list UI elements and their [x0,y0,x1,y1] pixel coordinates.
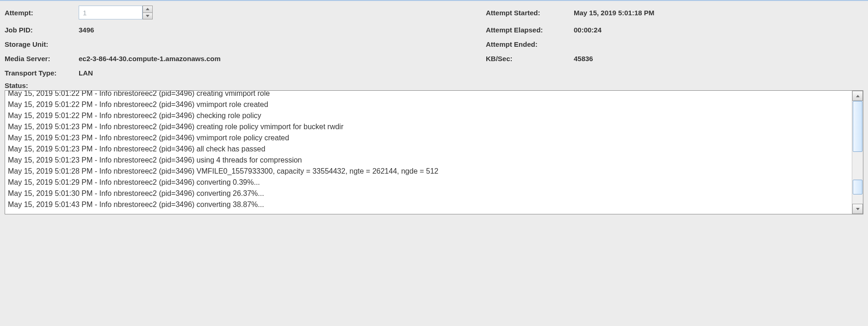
scroll-down-button[interactable] [852,204,863,214]
transport-label: Transport Type: [5,69,79,77]
log-line: May 15, 2019 5:01:29 PM - Info nbrestore… [8,177,849,188]
jobpid-label: Job PID: [5,26,79,34]
attempt-label: Attempt: [5,9,79,17]
scrollbar-vertical[interactable] [852,91,863,214]
log-line: May 15, 2019 5:01:23 PM - Info nbrestore… [8,121,849,132]
attempt-elapsed-value: 00:00:24 [574,26,713,34]
log-line: May 15, 2019 5:01:30 PM - Info nbrestore… [8,188,849,199]
kbsec-value: 45836 [574,55,713,63]
mediaserver-label: Media Server: [5,55,79,63]
log-line: May 15, 2019 5:01:23 PM - Info nbrestore… [8,132,849,144]
spinner-buttons [143,6,153,19]
log-line: May 15, 2019 5:01:28 PM - Info nbrestore… [8,166,849,177]
log-line: May 15, 2019 5:01:43 PM - Info nbrestore… [8,199,849,210]
log-line: May 15, 2019 5:01:22 PM - Info nbrestore… [8,99,849,110]
transport-value: LAN [79,69,486,77]
attempt-spinner[interactable] [79,6,153,19]
kbsec-label: KB/Sec: [486,55,574,63]
mediaserver-value: ec2-3-86-44-30.compute-1.amazonaws.com [79,55,486,63]
attempt-elapsed-label: Attempt Elapsed: [486,26,574,34]
log-line: May 15, 2019 5:01:23 PM - Info nbrestore… [8,144,849,155]
scroll-up-button[interactable] [852,91,863,101]
status-log[interactable]: May 15, 2019 5:01:22 PM - Info nbrestore… [5,91,852,214]
log-line: May 15, 2019 5:01:22 PM - Info nbrestore… [8,91,849,99]
storageunit-label: Storage Unit: [5,40,79,48]
attempt-value-cell [79,6,486,19]
log-line: May 15, 2019 5:01:23 PM - Info nbrestore… [8,155,849,166]
status-log-container: May 15, 2019 5:01:22 PM - Info nbrestore… [5,90,863,214]
spinner-up-button[interactable] [143,6,153,13]
status-label: Status: [5,82,863,89]
log-line: May 15, 2019 5:01:22 PM - Info nbrestore… [8,110,849,121]
scroll-thumb-secondary[interactable] [853,180,862,194]
attempt-started-label: Attempt Started: [486,9,574,17]
chevron-up-icon [146,8,149,10]
spinner-down-button[interactable] [143,13,153,20]
attempt-input[interactable] [79,6,143,19]
chevron-up-icon [856,95,860,97]
jobpid-value: 3496 [79,26,486,34]
job-attempt-panel: Attempt: Attempt Started: May 15, 2019 5… [0,0,868,219]
chevron-down-icon [146,15,149,17]
attempt-started-value: May 15, 2019 5:01:18 PM [574,9,713,17]
attempt-ended-label: Attempt Ended: [486,40,574,48]
chevron-down-icon [856,208,860,210]
scroll-track[interactable] [852,101,863,204]
fields-grid: Attempt: Attempt Started: May 15, 2019 5… [5,6,863,77]
scroll-thumb[interactable] [853,101,862,152]
